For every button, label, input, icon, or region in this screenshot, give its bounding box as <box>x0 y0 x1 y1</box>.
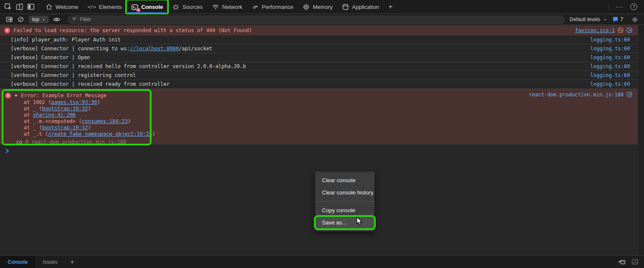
expand-panel-icon[interactable] <box>631 258 639 266</box>
filter-input[interactable] <box>68 16 565 24</box>
menu-item-clear-console-history[interactable]: Clear console history <box>315 186 374 199</box>
help-button[interactable]: ? <box>630 3 637 10</box>
stack-frame: at _.t (create fake namespace object:10:… <box>0 131 638 137</box>
source-link[interactable]: logging.ts:60 <box>590 55 638 60</box>
tab-label: Memory <box>313 4 333 10</box>
collapse-triangle-icon[interactable]: ▼ <box>15 93 17 98</box>
console-sidebar-toggle-button[interactable] <box>3 14 15 25</box>
log-text: [verbose] Connector | received hello fro… <box>0 63 246 69</box>
levels-label: Default levels <box>570 16 600 22</box>
source-link[interactable]: react-dom.production.min.js:188 <box>529 92 624 98</box>
help-icon: ? <box>633 5 635 9</box>
request-arrows-icon[interactable] <box>617 27 624 33</box>
active-tab-indicator <box>128 12 166 14</box>
tab-label: Elements <box>99 4 122 10</box>
issues-counter[interactable]: 7 <box>612 16 623 23</box>
tab-sources[interactable]: Sources <box>168 0 207 14</box>
tab-application[interactable]: Application <box>337 0 384 14</box>
log-text: [verbose] Connector | registering contro… <box>0 72 136 78</box>
gauge-icon <box>252 3 259 11</box>
websocket-link[interactable]: //localhost:8080 <box>130 46 179 52</box>
add-drawer-tab-button[interactable]: + <box>65 256 79 268</box>
source-link[interactable]: logging.ts:60 <box>590 72 638 78</box>
stack-link[interactable]: consumes:184:23 <box>82 118 127 124</box>
eye-icon <box>53 16 61 23</box>
log-text: [info] player_auth: Player Auth init <box>0 37 121 43</box>
console-prompt-icon <box>5 148 10 154</box>
tab-label: Sources <box>182 4 203 10</box>
log-levels-dropdown[interactable]: Default levels ▼ <box>570 16 606 22</box>
inspect-icon <box>4 3 12 11</box>
source-link[interactable]: favicon.ico:1 <box>575 27 615 33</box>
error-title: Error: Example Error Message <box>21 93 106 98</box>
tab-memory[interactable]: Memory <box>298 0 337 14</box>
console-error-row: Failed to load resource: the server resp… <box>0 25 638 36</box>
error-count-badge: ✕ <box>136 8 140 12</box>
debug-icon <box>172 3 179 11</box>
tab-console[interactable]: ✕ Console <box>127 0 168 14</box>
console-input-line[interactable] <box>0 145 638 157</box>
menu-item-save-as[interactable]: Save as... <box>315 216 374 229</box>
open-panel-icon[interactable] <box>618 258 626 266</box>
source-link[interactable]: logging.ts:60 <box>590 37 638 43</box>
drawer-tab-bar: Console Issues + <box>0 255 644 268</box>
sidebar-toggle-icon <box>6 16 13 23</box>
menu-item-clear-console[interactable]: Clear console <box>315 174 374 186</box>
tab-welcome[interactable]: Welcome <box>41 0 83 14</box>
live-expression-button[interactable] <box>51 14 63 25</box>
plus-icon: + <box>388 3 393 11</box>
stack-frame: at _.m.<computed> (consumes:184:23) <box>0 118 638 125</box>
tab-label: Welcome <box>55 4 78 10</box>
log-text: /api/socket <box>179 46 212 52</box>
more-options-button[interactable]: ··· <box>611 3 627 10</box>
console-log-row: [verbose] Connector | received hello fro… <box>0 62 638 71</box>
device-emulation-icon <box>16 3 23 11</box>
message-bubble-icon <box>612 16 619 23</box>
menu-item-copy-console[interactable]: Copy console <box>315 204 374 216</box>
vertical-scrollbar[interactable] <box>638 25 644 255</box>
divider <box>609 3 609 11</box>
source-link[interactable]: logging.ts:60 <box>590 46 638 52</box>
context-value: top <box>32 16 39 22</box>
activity-bar-layout-button[interactable] <box>25 0 36 14</box>
tab-elements[interactable]: </> Elements <box>83 0 127 14</box>
drawer-tab-console[interactable]: Console <box>0 256 35 268</box>
issue-count: 7 <box>620 16 623 22</box>
chevron-down-icon: ▼ <box>603 18 606 21</box>
console-log-row: [info] player_auth: Player Auth init log… <box>0 36 638 44</box>
source-map-icon[interactable] <box>626 27 633 33</box>
stack-link[interactable]: bootstrap:19:32 <box>42 106 88 112</box>
wifi-icon <box>212 3 219 11</box>
console-log-row: [verbose] Connector | received ready fro… <box>0 80 638 89</box>
console-log-row: [verbose] Connector | Open logging.ts:60 <box>0 53 638 62</box>
console-toolbar: top ▼ Default levels ▼ 7 <box>0 14 644 25</box>
panel-layout-icon <box>27 3 35 11</box>
elements-icon: </> <box>88 4 96 10</box>
home-icon <box>46 3 52 10</box>
stack-link[interactable]: create fake namespace object:10:23 <box>48 131 152 137</box>
tab-label: Application <box>352 4 379 10</box>
chip-icon <box>303 3 310 11</box>
clear-console-button[interactable] <box>15 14 26 25</box>
source-map-icon[interactable] <box>626 91 633 98</box>
stack-link[interactable]: pages.tsx:93:36 <box>51 99 97 105</box>
expanded-error-message: ▼ Error: Example Error Message at 1082 (… <box>0 89 638 145</box>
add-tool-button[interactable]: + <box>384 0 397 14</box>
console-log-row: [verbose] Connector | connecting to ws:/… <box>0 44 638 53</box>
console-settings-button[interactable] <box>629 14 641 25</box>
stack-frame: at 1082 (pages.tsx:93:36) <box>0 99 638 106</box>
menu-separator <box>316 201 374 202</box>
stack-link[interactable]: sharing:41:206 <box>33 112 76 118</box>
source-link[interactable]: logging.ts:60 <box>590 63 638 69</box>
tab-label: Console <box>141 4 163 10</box>
tab-network[interactable]: Network <box>207 0 247 14</box>
javascript-context-selector[interactable]: top ▼ <box>29 16 49 23</box>
stack-frame: at sharing:41:206 <box>0 112 638 118</box>
inspect-element-button[interactable] <box>2 0 14 14</box>
stack-link[interactable]: bootstrap:19:32 <box>42 125 88 131</box>
drawer-tab-issues[interactable]: Issues <box>35 256 65 268</box>
tab-performance[interactable]: Performance <box>247 0 298 14</box>
console-context-menu: Clear console Clear console history Copy… <box>315 172 374 231</box>
source-link[interactable]: logging.ts:60 <box>590 81 638 87</box>
device-emulation-button[interactable] <box>14 0 25 14</box>
